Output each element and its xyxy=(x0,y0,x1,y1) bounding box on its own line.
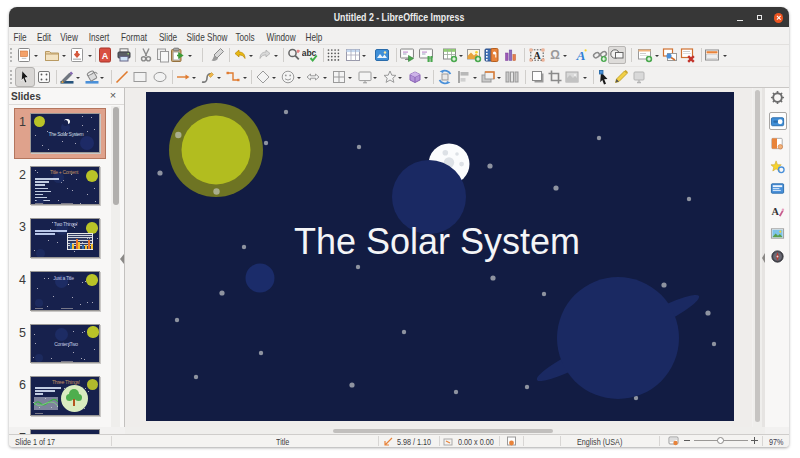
svg-text:A: A xyxy=(771,206,779,217)
svg-text:abc: abc xyxy=(302,48,317,58)
svg-text:A: A xyxy=(533,50,541,61)
svg-text:A: A xyxy=(575,48,585,63)
svg-text:Ω: Ω xyxy=(550,48,560,62)
svg-text:A: A xyxy=(102,51,109,61)
